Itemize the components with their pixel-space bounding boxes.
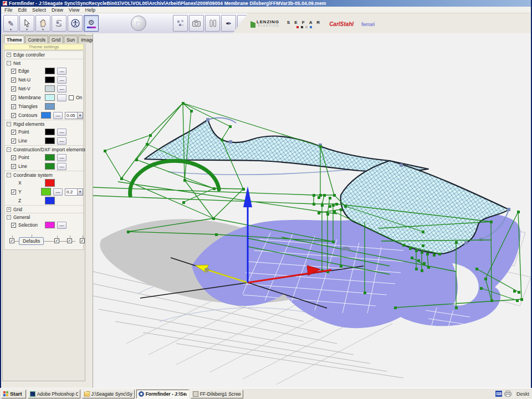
taskbar-item-formfinder[interactable]: Formfinder - J:\Seaga... bbox=[136, 390, 189, 398]
apply-checkbox-3[interactable] bbox=[67, 238, 72, 243]
triangles-checkbox[interactable] bbox=[11, 104, 16, 109]
section-net[interactable]: − Net bbox=[4, 59, 83, 66]
model-view-button[interactable] bbox=[68, 15, 83, 32]
contours-color-swatch[interactable] bbox=[41, 112, 51, 119]
rigid-point-checkbox[interactable] bbox=[11, 130, 16, 135]
section-construction-dxf[interactable]: − Construction/DXF import elements bbox=[4, 145, 83, 153]
contours-checkbox[interactable] bbox=[11, 113, 16, 118]
section-general[interactable]: − General bbox=[4, 213, 83, 221]
expand-icon[interactable]: + bbox=[7, 53, 11, 57]
tab-theme[interactable]: Theme bbox=[4, 35, 24, 43]
triangles-color-swatch[interactable] bbox=[45, 103, 55, 110]
taskbar-item-screenshot[interactable]: FF-Dilsberg1 Screenshot ... bbox=[191, 390, 243, 398]
gradient-bar bbox=[87, 27, 96, 28]
select-tool-button[interactable]: ▾ bbox=[19, 15, 34, 32]
apply-checkbox-1[interactable] bbox=[9, 238, 14, 243]
run-formfinding-button[interactable]: ▶ bbox=[131, 16, 146, 31]
snapshot-button[interactable] bbox=[189, 15, 204, 32]
menu-draw[interactable]: Draw bbox=[52, 7, 63, 13]
rigid-point-style-button[interactable]: — bbox=[57, 129, 66, 136]
collapse-icon[interactable]: − bbox=[7, 122, 11, 126]
menu-view[interactable]: View bbox=[69, 7, 79, 13]
axis-y-checkbox[interactable] bbox=[11, 190, 16, 195]
selection-style-button[interactable]: — bbox=[57, 222, 66, 229]
taskbar-item-photoshop[interactable]: Ps Adobe Photoshop CS3 E... bbox=[28, 390, 80, 398]
collapse-icon[interactable]: − bbox=[7, 173, 11, 177]
menu-select[interactable]: Select bbox=[32, 7, 46, 13]
membrane-style-button[interactable] bbox=[57, 94, 66, 101]
euro-icon: € bbox=[243, 20, 247, 27]
section-grid[interactable]: + Grid bbox=[4, 205, 83, 213]
tab-controls[interactable]: Controls bbox=[25, 35, 48, 43]
sketch-tool-button[interactable]: ✒ bbox=[221, 15, 236, 32]
logo-carlstahl: CarlStahl bbox=[329, 21, 354, 27]
menu-help[interactable]: Help bbox=[85, 7, 95, 13]
net-v-checkbox[interactable] bbox=[11, 86, 16, 91]
selection-color-swatch[interactable] bbox=[45, 222, 55, 228]
selection-checkbox[interactable] bbox=[11, 223, 16, 228]
collapse-icon[interactable]: − bbox=[7, 147, 11, 152]
expand-icon[interactable]: + bbox=[7, 207, 11, 212]
dxf-line-style-button[interactable]: — bbox=[57, 163, 66, 170]
viewport-3d-scene[interactable] bbox=[93, 33, 532, 388]
theme-settings-button[interactable]: ⚙ bbox=[84, 15, 99, 32]
edge-checkbox[interactable] bbox=[11, 69, 16, 74]
contours-linestyle-button[interactable]: — bbox=[53, 112, 63, 119]
pan-tool-button[interactable]: ▾ bbox=[35, 15, 50, 32]
titlebar[interactable]: Formfinder - J:\Seagate Sync\SyncRecycle… bbox=[1, 0, 531, 7]
rigid-line-checkbox[interactable] bbox=[11, 139, 16, 144]
section-coordinate-system[interactable]: − Coordinate system bbox=[4, 171, 83, 178]
net-u-color-swatch[interactable] bbox=[45, 76, 55, 83]
dxf-point-style-button[interactable]: — bbox=[57, 154, 66, 161]
row-triangles: Triangles bbox=[4, 102, 83, 111]
dxf-point-color-swatch[interactable] bbox=[45, 154, 55, 161]
taskbar-item-explorer[interactable]: J:\Seagate Sync\SyncRe... bbox=[82, 390, 135, 398]
net-v-linestyle-button[interactable]: — bbox=[57, 85, 66, 93]
menu-file[interactable]: File bbox=[4, 7, 13, 13]
net-u-checkbox[interactable] bbox=[11, 78, 16, 83]
folder-icon bbox=[84, 391, 90, 397]
desktop-toolbar-label[interactable]: Deskt bbox=[516, 391, 531, 397]
rigid-line-color-swatch[interactable] bbox=[45, 137, 55, 144]
defaults-button[interactable]: Defaults bbox=[19, 237, 44, 245]
tab-grid[interactable]: Grid bbox=[49, 35, 63, 43]
axis-y-style-button[interactable]: — bbox=[53, 188, 63, 196]
edge-color-swatch[interactable] bbox=[45, 68, 55, 74]
net-u-linestyle-button[interactable]: — bbox=[57, 76, 66, 84]
pencil-icon: ✎ bbox=[8, 20, 14, 27]
axis-y-color-swatch[interactable] bbox=[41, 188, 51, 196]
dxf-line-checkbox[interactable] bbox=[11, 164, 16, 169]
collapse-icon[interactable]: − bbox=[7, 61, 11, 65]
rigid-line-style-button[interactable]: — bbox=[57, 137, 66, 145]
section-edge-controller[interactable]: + Edge controller bbox=[4, 51, 83, 59]
collapse-icon[interactable]: − bbox=[7, 215, 11, 219]
orbit-tool-button[interactable] bbox=[52, 15, 66, 32]
edge-linestyle-button[interactable]: — bbox=[57, 68, 66, 75]
cost-calculation-button[interactable]: € bbox=[237, 15, 252, 32]
start-button[interactable]: Start bbox=[1, 390, 26, 398]
viewport-3d[interactable] bbox=[93, 33, 531, 388]
membrane-on-checkbox[interactable] bbox=[69, 95, 74, 100]
columns-tool-button[interactable] bbox=[205, 15, 220, 32]
apply-checkbox-4[interactable] bbox=[80, 238, 85, 243]
axis-x-color-swatch[interactable] bbox=[45, 179, 55, 187]
contours-interval-dropdown[interactable]: 0.05 ▾ bbox=[65, 112, 83, 119]
membrane-color-swatch[interactable] bbox=[45, 94, 55, 101]
partner-logos: LENZING PLASTICS S E F A R CarlStahl fer… bbox=[250, 17, 375, 30]
apply-checkbox-2[interactable] bbox=[54, 238, 59, 243]
menu-edit[interactable]: Edit bbox=[18, 7, 27, 13]
dxf-line-color-swatch[interactable] bbox=[45, 163, 55, 170]
tab-sun[interactable]: Sun bbox=[64, 35, 78, 43]
net-v-color-swatch[interactable] bbox=[45, 85, 55, 92]
printer-icon[interactable] bbox=[504, 391, 511, 397]
rigid-point-color-swatch[interactable] bbox=[45, 129, 55, 135]
axis-z-color-swatch[interactable] bbox=[45, 197, 55, 204]
membrane-checkbox[interactable] bbox=[11, 95, 16, 100]
draw-tool-button[interactable]: ✎ ▾ bbox=[3, 15, 18, 32]
points-tool-button[interactable] bbox=[173, 15, 188, 32]
chevron-down-icon: ▾ bbox=[20, 28, 34, 31]
dxf-point-checkbox[interactable] bbox=[11, 155, 16, 160]
keyboard-layout-icon[interactable]: ⌨ bbox=[495, 391, 502, 397]
axis-y-size-dropdown[interactable]: 0.2 ▾ bbox=[65, 188, 83, 196]
section-rigid-elements[interactable]: − Rigid elements bbox=[4, 120, 83, 127]
